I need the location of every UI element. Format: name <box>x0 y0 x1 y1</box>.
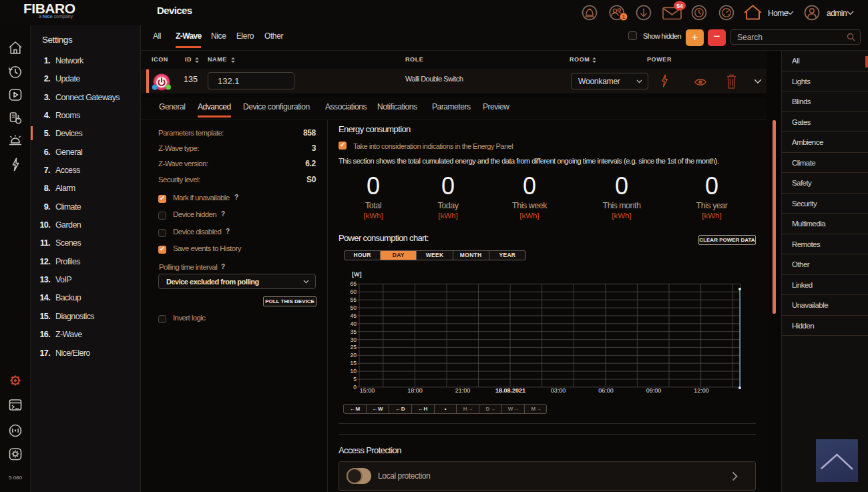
svg-text:25: 25 <box>351 344 357 350</box>
svg-text:15:00: 15:00 <box>360 387 375 394</box>
svg-text:55: 55 <box>351 296 357 303</box>
svg-text:40: 40 <box>351 320 357 327</box>
svg-text:18.08.2021: 18.08.2021 <box>495 387 525 394</box>
svg-text:20: 20 <box>351 352 357 358</box>
svg-text:0: 0 <box>353 384 357 391</box>
svg-text:35: 35 <box>351 328 357 335</box>
svg-text:50: 50 <box>351 304 357 311</box>
svg-text:54: 54 <box>676 3 683 9</box>
svg-text:45: 45 <box>351 312 357 319</box>
svg-text:03:00: 03:00 <box>551 387 566 394</box>
svg-text:5: 5 <box>353 376 357 383</box>
svg-text:1: 1 <box>622 14 626 20</box>
svg-text:[W]: [W] <box>352 271 362 278</box>
svg-text:06:00: 06:00 <box>598 387 614 394</box>
svg-text:18:00: 18:00 <box>407 387 423 394</box>
svg-text:21:00: 21:00 <box>455 387 471 394</box>
svg-text:12:00: 12:00 <box>694 387 709 394</box>
svg-text:60: 60 <box>351 288 357 295</box>
svg-text:30: 30 <box>351 336 357 343</box>
svg-text:10: 10 <box>351 368 357 375</box>
svg-text:15: 15 <box>351 360 357 366</box>
svg-text:09:00: 09:00 <box>646 387 662 394</box>
svg-text:65: 65 <box>351 280 357 287</box>
